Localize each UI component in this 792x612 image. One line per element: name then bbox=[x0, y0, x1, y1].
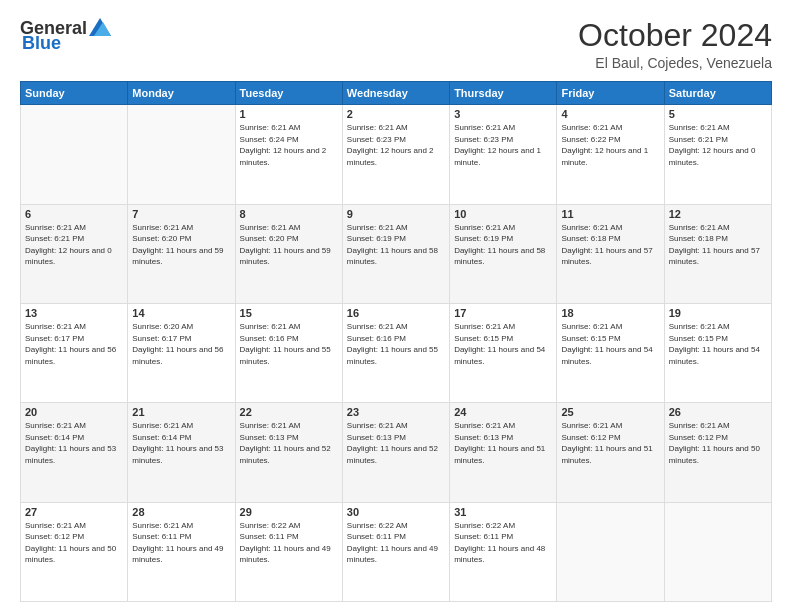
logo-icon bbox=[89, 18, 111, 36]
col-tuesday: Tuesday bbox=[235, 82, 342, 105]
calendar-cell: 18Sunrise: 6:21 AM Sunset: 6:15 PM Dayli… bbox=[557, 303, 664, 402]
header: General Blue October 2024 El Baul, Cojed… bbox=[20, 18, 772, 71]
day-number: 18 bbox=[561, 307, 659, 319]
day-info: Sunrise: 6:21 AM Sunset: 6:23 PM Dayligh… bbox=[347, 122, 445, 168]
day-info: Sunrise: 6:21 AM Sunset: 6:17 PM Dayligh… bbox=[25, 321, 123, 367]
col-sunday: Sunday bbox=[21, 82, 128, 105]
calendar-week-1: 1Sunrise: 6:21 AM Sunset: 6:24 PM Daylig… bbox=[21, 105, 772, 204]
calendar-cell: 11Sunrise: 6:21 AM Sunset: 6:18 PM Dayli… bbox=[557, 204, 664, 303]
calendar-cell bbox=[557, 502, 664, 601]
calendar-cell bbox=[21, 105, 128, 204]
day-info: Sunrise: 6:21 AM Sunset: 6:15 PM Dayligh… bbox=[561, 321, 659, 367]
calendar-week-5: 27Sunrise: 6:21 AM Sunset: 6:12 PM Dayli… bbox=[21, 502, 772, 601]
calendar-cell: 17Sunrise: 6:21 AM Sunset: 6:15 PM Dayli… bbox=[450, 303, 557, 402]
day-number: 1 bbox=[240, 108, 338, 120]
day-number: 7 bbox=[132, 208, 230, 220]
day-info: Sunrise: 6:21 AM Sunset: 6:13 PM Dayligh… bbox=[347, 420, 445, 466]
day-info: Sunrise: 6:22 AM Sunset: 6:11 PM Dayligh… bbox=[454, 520, 552, 566]
calendar-week-2: 6Sunrise: 6:21 AM Sunset: 6:21 PM Daylig… bbox=[21, 204, 772, 303]
day-info: Sunrise: 6:21 AM Sunset: 6:21 PM Dayligh… bbox=[25, 222, 123, 268]
calendar-cell: 22Sunrise: 6:21 AM Sunset: 6:13 PM Dayli… bbox=[235, 403, 342, 502]
day-number: 14 bbox=[132, 307, 230, 319]
calendar-cell: 5Sunrise: 6:21 AM Sunset: 6:21 PM Daylig… bbox=[664, 105, 771, 204]
calendar-cell: 27Sunrise: 6:21 AM Sunset: 6:12 PM Dayli… bbox=[21, 502, 128, 601]
day-number: 23 bbox=[347, 406, 445, 418]
day-info: Sunrise: 6:21 AM Sunset: 6:22 PM Dayligh… bbox=[561, 122, 659, 168]
day-info: Sunrise: 6:21 AM Sunset: 6:13 PM Dayligh… bbox=[240, 420, 338, 466]
day-number: 2 bbox=[347, 108, 445, 120]
calendar-cell: 4Sunrise: 6:21 AM Sunset: 6:22 PM Daylig… bbox=[557, 105, 664, 204]
calendar-cell: 14Sunrise: 6:20 AM Sunset: 6:17 PM Dayli… bbox=[128, 303, 235, 402]
col-friday: Friday bbox=[557, 82, 664, 105]
day-info: Sunrise: 6:21 AM Sunset: 6:21 PM Dayligh… bbox=[669, 122, 767, 168]
month-title: October 2024 bbox=[578, 18, 772, 53]
day-info: Sunrise: 6:21 AM Sunset: 6:24 PM Dayligh… bbox=[240, 122, 338, 168]
day-info: Sunrise: 6:21 AM Sunset: 6:14 PM Dayligh… bbox=[25, 420, 123, 466]
col-wednesday: Wednesday bbox=[342, 82, 449, 105]
col-saturday: Saturday bbox=[664, 82, 771, 105]
day-number: 20 bbox=[25, 406, 123, 418]
day-number: 3 bbox=[454, 108, 552, 120]
day-number: 27 bbox=[25, 506, 123, 518]
day-number: 10 bbox=[454, 208, 552, 220]
logo: General Blue bbox=[20, 18, 111, 54]
day-info: Sunrise: 6:21 AM Sunset: 6:18 PM Dayligh… bbox=[669, 222, 767, 268]
calendar-week-4: 20Sunrise: 6:21 AM Sunset: 6:14 PM Dayli… bbox=[21, 403, 772, 502]
day-number: 31 bbox=[454, 506, 552, 518]
calendar: Sunday Monday Tuesday Wednesday Thursday… bbox=[20, 81, 772, 602]
day-number: 17 bbox=[454, 307, 552, 319]
calendar-cell: 25Sunrise: 6:21 AM Sunset: 6:12 PM Dayli… bbox=[557, 403, 664, 502]
calendar-cell: 2Sunrise: 6:21 AM Sunset: 6:23 PM Daylig… bbox=[342, 105, 449, 204]
calendar-cell: 23Sunrise: 6:21 AM Sunset: 6:13 PM Dayli… bbox=[342, 403, 449, 502]
calendar-cell: 26Sunrise: 6:21 AM Sunset: 6:12 PM Dayli… bbox=[664, 403, 771, 502]
day-info: Sunrise: 6:21 AM Sunset: 6:12 PM Dayligh… bbox=[561, 420, 659, 466]
day-info: Sunrise: 6:21 AM Sunset: 6:19 PM Dayligh… bbox=[454, 222, 552, 268]
day-number: 26 bbox=[669, 406, 767, 418]
day-number: 30 bbox=[347, 506, 445, 518]
logo-blue: Blue bbox=[22, 33, 61, 54]
calendar-cell: 16Sunrise: 6:21 AM Sunset: 6:16 PM Dayli… bbox=[342, 303, 449, 402]
day-number: 11 bbox=[561, 208, 659, 220]
day-number: 13 bbox=[25, 307, 123, 319]
day-info: Sunrise: 6:21 AM Sunset: 6:23 PM Dayligh… bbox=[454, 122, 552, 168]
day-info: Sunrise: 6:21 AM Sunset: 6:15 PM Dayligh… bbox=[454, 321, 552, 367]
calendar-cell: 30Sunrise: 6:22 AM Sunset: 6:11 PM Dayli… bbox=[342, 502, 449, 601]
calendar-cell: 19Sunrise: 6:21 AM Sunset: 6:15 PM Dayli… bbox=[664, 303, 771, 402]
calendar-cell: 24Sunrise: 6:21 AM Sunset: 6:13 PM Dayli… bbox=[450, 403, 557, 502]
calendar-cell: 7Sunrise: 6:21 AM Sunset: 6:20 PM Daylig… bbox=[128, 204, 235, 303]
calendar-week-3: 13Sunrise: 6:21 AM Sunset: 6:17 PM Dayli… bbox=[21, 303, 772, 402]
location-title: El Baul, Cojedes, Venezuela bbox=[578, 55, 772, 71]
day-number: 12 bbox=[669, 208, 767, 220]
day-number: 25 bbox=[561, 406, 659, 418]
calendar-cell: 13Sunrise: 6:21 AM Sunset: 6:17 PM Dayli… bbox=[21, 303, 128, 402]
day-info: Sunrise: 6:21 AM Sunset: 6:18 PM Dayligh… bbox=[561, 222, 659, 268]
calendar-cell: 12Sunrise: 6:21 AM Sunset: 6:18 PM Dayli… bbox=[664, 204, 771, 303]
day-number: 4 bbox=[561, 108, 659, 120]
day-number: 28 bbox=[132, 506, 230, 518]
calendar-cell: 29Sunrise: 6:22 AM Sunset: 6:11 PM Dayli… bbox=[235, 502, 342, 601]
calendar-cell: 15Sunrise: 6:21 AM Sunset: 6:16 PM Dayli… bbox=[235, 303, 342, 402]
day-number: 15 bbox=[240, 307, 338, 319]
day-number: 22 bbox=[240, 406, 338, 418]
col-monday: Monday bbox=[128, 82, 235, 105]
calendar-cell: 3Sunrise: 6:21 AM Sunset: 6:23 PM Daylig… bbox=[450, 105, 557, 204]
day-info: Sunrise: 6:21 AM Sunset: 6:15 PM Dayligh… bbox=[669, 321, 767, 367]
day-number: 24 bbox=[454, 406, 552, 418]
day-number: 5 bbox=[669, 108, 767, 120]
day-number: 21 bbox=[132, 406, 230, 418]
calendar-cell: 28Sunrise: 6:21 AM Sunset: 6:11 PM Dayli… bbox=[128, 502, 235, 601]
col-thursday: Thursday bbox=[450, 82, 557, 105]
calendar-cell: 31Sunrise: 6:22 AM Sunset: 6:11 PM Dayli… bbox=[450, 502, 557, 601]
day-info: Sunrise: 6:21 AM Sunset: 6:20 PM Dayligh… bbox=[132, 222, 230, 268]
day-info: Sunrise: 6:21 AM Sunset: 6:20 PM Dayligh… bbox=[240, 222, 338, 268]
calendar-cell bbox=[664, 502, 771, 601]
day-info: Sunrise: 6:21 AM Sunset: 6:11 PM Dayligh… bbox=[132, 520, 230, 566]
calendar-cell: 20Sunrise: 6:21 AM Sunset: 6:14 PM Dayli… bbox=[21, 403, 128, 502]
calendar-cell: 8Sunrise: 6:21 AM Sunset: 6:20 PM Daylig… bbox=[235, 204, 342, 303]
calendar-cell bbox=[128, 105, 235, 204]
calendar-cell: 9Sunrise: 6:21 AM Sunset: 6:19 PM Daylig… bbox=[342, 204, 449, 303]
calendar-cell: 21Sunrise: 6:21 AM Sunset: 6:14 PM Dayli… bbox=[128, 403, 235, 502]
day-info: Sunrise: 6:21 AM Sunset: 6:19 PM Dayligh… bbox=[347, 222, 445, 268]
day-info: Sunrise: 6:20 AM Sunset: 6:17 PM Dayligh… bbox=[132, 321, 230, 367]
day-number: 29 bbox=[240, 506, 338, 518]
